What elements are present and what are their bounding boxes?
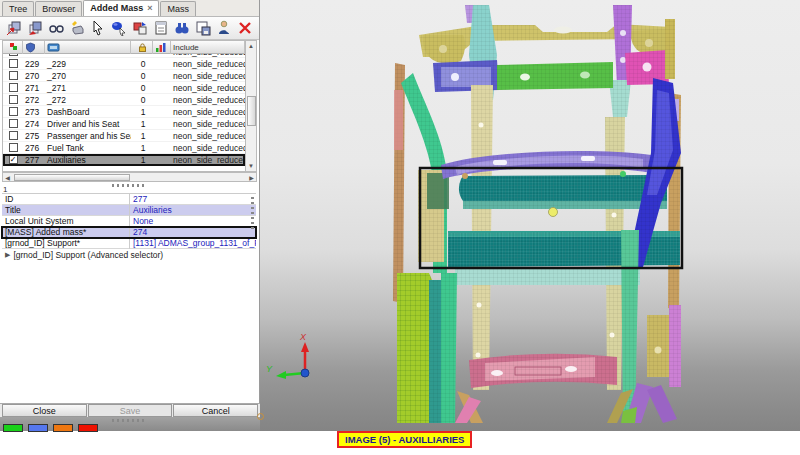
expand-arrow-icon[interactable]: ▶ [5, 251, 10, 259]
table-row[interactable]: 229_2290neon_side_reduced_0000 [3, 58, 245, 70]
property-value[interactable]: Auxiliaries [130, 205, 256, 215]
table-row[interactable]: 274Driver and his Seat1neon_side_reduced… [3, 118, 245, 130]
shield-icon[interactable] [23, 41, 45, 54]
save-view-icon[interactable] [194, 19, 212, 37]
scroll-thumb[interactable] [14, 174, 130, 181]
advanced-selector-row[interactable]: ▶[grnod_ID] Support (Advanced selector) [2, 249, 256, 260]
axis-y-label: Y [266, 364, 273, 374]
lock-icon[interactable] [131, 41, 153, 54]
horizontal-scrollbar[interactable]: ◀ ▶ [2, 172, 257, 182]
footer-buttons: Close Save Cancel [0, 403, 260, 417]
save-button[interactable]: Save [88, 404, 173, 417]
row-checkbox[interactable] [9, 71, 18, 80]
properties-grid: ID277 TitleAuxiliaries Local Unit System… [2, 193, 256, 260]
scroll-left-icon[interactable]: ◀ [3, 174, 12, 182]
panel-resize-handle[interactable] [251, 197, 254, 231]
application-window: X Y Tree Browser Added Mass× Mass [0, 0, 800, 455]
scroll-up-icon[interactable]: ▲ [246, 41, 256, 51]
vertical-scrollbar[interactable]: ▲ ▼ [245, 40, 257, 172]
scroll-right-icon[interactable]: ▶ [247, 174, 256, 182]
copy-icon[interactable] [26, 19, 44, 37]
tab-mass[interactable]: Mass [160, 1, 196, 16]
property-row[interactable]: Local Unit SystemNone [2, 216, 256, 227]
added-mass-table: Include neon_side_reduced_0000 229_2290n… [2, 40, 245, 172]
swatch-blue[interactable] [28, 424, 48, 432]
row-checkbox[interactable] [9, 143, 18, 152]
tab-tree[interactable]: Tree [2, 1, 34, 16]
card-view-icon[interactable] [152, 19, 170, 37]
table-row[interactable]: 275Passenger and his Seat1neon_side_redu… [3, 130, 245, 142]
legend-icon[interactable] [153, 41, 171, 54]
property-value[interactable]: None [130, 216, 256, 226]
scroll-thumb[interactable] [247, 96, 256, 126]
swatch-orange[interactable] [53, 424, 73, 432]
scroll-down-icon[interactable]: ▼ [246, 161, 256, 171]
table-row-selected[interactable]: ✓277Auxiliaries1neon_side_reduced_0000 [3, 154, 245, 166]
axis-triad: X Y [262, 330, 318, 400]
user-edit-icon[interactable] [215, 19, 233, 37]
property-value[interactable]: [1131] ADMAS_group_1131_of_PART [130, 238, 256, 248]
tab-added-mass[interactable]: Added Mass× [83, 0, 159, 16]
row-checkbox[interactable] [9, 59, 18, 68]
3d-viewport[interactable]: X Y [260, 0, 800, 431]
close-button[interactable]: Close [2, 404, 87, 417]
property-row-added-mass[interactable]: [MASS] Added mass*274 [2, 227, 256, 238]
replace-icon[interactable] [131, 19, 149, 37]
table-row[interactable]: 276Fuel Tank1neon_side_reduced_0000 [3, 142, 245, 154]
table-header[interactable]: Include [3, 41, 245, 54]
node-marker-ring [257, 413, 264, 420]
flag-icon[interactable] [3, 41, 23, 54]
cursor-icon[interactable] [89, 19, 107, 37]
row-checkbox[interactable]: ✓ [9, 155, 18, 164]
color-swatches [3, 424, 98, 432]
sphere-select-icon[interactable] [110, 19, 128, 37]
property-value[interactable]: 274 [130, 227, 256, 237]
glasses-icon[interactable] [47, 19, 65, 37]
splitter-handle[interactable] [112, 419, 146, 422]
row-checkbox[interactable] [9, 107, 18, 116]
table-row[interactable]: 271_2710neon_side_reduced_0000 [3, 82, 245, 94]
property-row[interactable]: ID277 [2, 194, 256, 205]
table-row[interactable]: 273DashBoard1neon_side_reduced_0000 [3, 106, 245, 118]
row-checkbox[interactable] [9, 119, 18, 128]
property-value[interactable]: 277 [130, 194, 256, 204]
car-body-mesh-model [385, 5, 705, 425]
tab-browser[interactable]: Browser [35, 1, 82, 16]
delete-icon[interactable] [236, 19, 254, 37]
row-checkbox[interactable] [9, 95, 18, 104]
table-row[interactable]: 270_2700neon_side_reduced_0000 [3, 70, 245, 82]
swatch-green[interactable] [3, 424, 23, 432]
tab-bar: Tree Browser Added Mass× Mass [0, 0, 259, 17]
property-row[interactable]: [grnod_ID] Support*[1131] ADMAS_group_11… [2, 238, 256, 249]
added-mass-panel: Tree Browser Added Mass× Mass [0, 0, 260, 417]
title-card-icon[interactable] [45, 41, 131, 54]
added-mass-node [549, 208, 558, 217]
tab-close-icon[interactable]: × [147, 3, 152, 13]
include-column-header[interactable]: Include [171, 41, 245, 54]
image-caption: IMAGE (5) - AUXILLIARIES [337, 431, 472, 448]
search-binoculars-icon[interactable] [173, 19, 191, 37]
property-row[interactable]: TitleAuxiliaries [2, 205, 256, 216]
cancel-button[interactable]: Cancel [173, 404, 258, 417]
row-checkbox[interactable] [9, 83, 18, 92]
create-entity-icon[interactable] [68, 19, 86, 37]
row-checkbox[interactable] [9, 131, 18, 140]
axis-x-label: X [299, 332, 307, 342]
swatch-red[interactable] [78, 424, 98, 432]
splitter-handle[interactable] [112, 184, 146, 187]
toolbar [0, 17, 259, 40]
paste-icon[interactable] [5, 19, 23, 37]
table-row[interactable]: 272_2720neon_side_reduced_0000 [3, 94, 245, 106]
